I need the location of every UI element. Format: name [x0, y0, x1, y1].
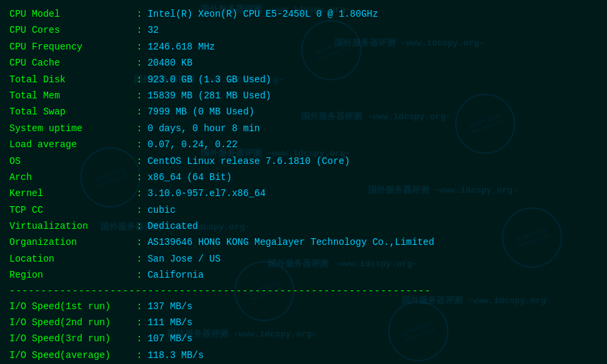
- row-value: 3.10.0-957.el7.x86_64: [147, 186, 265, 201]
- row-colon: :: [137, 348, 142, 363]
- row-value: 1246.618 MHz: [147, 39, 215, 54]
- table-row: CPU Frequency : 1246.618 MHz: [9, 39, 598, 54]
- table-row: Organization : AS139646 HONG KONG Megala…: [9, 235, 598, 250]
- row-colon: :: [137, 186, 142, 201]
- table-row: TCP CC : cubic: [9, 203, 598, 217]
- row-colon: :: [137, 39, 142, 54]
- row-colon: :: [137, 23, 142, 37]
- row-label: Region: [9, 268, 137, 282]
- table-row: Total Mem : 15839 MB (281 MB Used): [9, 88, 598, 103]
- row-colon: :: [137, 219, 142, 234]
- row-label: OS: [9, 154, 137, 169]
- row-value: x86_64 (64 Bit): [147, 170, 232, 185]
- row-colon: :: [137, 203, 142, 217]
- row-label: Arch: [9, 170, 137, 185]
- row-label: Virtualization: [9, 219, 137, 234]
- row-colon: :: [137, 170, 142, 185]
- row-label: Load average: [9, 137, 137, 152]
- row-colon: :: [137, 121, 142, 136]
- row-value: 137 MB/s: [147, 299, 192, 314]
- io-speed-table: I/O Speed(1st run) : 137 MB/s I/O Speed(…: [9, 299, 598, 363]
- row-value: CentOS Linux release 7.6.1810 (Core): [147, 154, 349, 169]
- row-label: I/O Speed(1st run): [9, 299, 137, 314]
- row-value: AS139646 HONG KONG Megalayer Technology …: [147, 235, 434, 250]
- table-row: Load average : 0.07, 0.24, 0.22: [9, 137, 598, 152]
- table-row: CPU Cache : 20480 KB: [9, 56, 598, 70]
- row-value: 118.3 MB/s: [147, 348, 203, 363]
- row-label: CPU Frequency: [9, 39, 137, 54]
- divider: ----------------------------------------…: [9, 286, 598, 296]
- table-row: Virtualization : Dedicated: [9, 219, 598, 234]
- row-label: Location: [9, 252, 137, 266]
- table-row: System uptime : 0 days, 0 hour 8 min: [9, 121, 598, 136]
- row-value: San Jose / US: [147, 252, 220, 266]
- table-row: Arch : x86_64 (64 Bit): [9, 170, 598, 185]
- row-colon: :: [137, 331, 142, 346]
- row-value: 15839 MB (281 MB Used): [147, 88, 271, 103]
- row-label: I/O Speed(2nd run): [9, 315, 137, 330]
- table-row: Total Swap : 7999 MB (0 MB Used): [9, 104, 598, 119]
- row-colon: :: [137, 154, 142, 169]
- row-value: Intel(R) Xeon(R) CPU E5-2450L 0 @ 1.80GH…: [147, 7, 377, 21]
- row-value: 923.0 GB (1.3 GB Used): [147, 72, 271, 87]
- row-value: 0.07, 0.24, 0.22: [147, 137, 237, 152]
- table-row: I/O Speed(1st run) : 137 MB/s: [9, 299, 598, 314]
- row-value: California: [147, 268, 203, 282]
- row-value: 107 MB/s: [147, 331, 192, 346]
- row-label: CPU Cache: [9, 56, 137, 70]
- row-label: Total Swap: [9, 104, 137, 119]
- row-label: Total Mem: [9, 88, 137, 103]
- row-colon: :: [137, 72, 142, 87]
- row-colon: :: [137, 137, 142, 152]
- row-colon: :: [137, 88, 142, 103]
- row-colon: :: [137, 268, 142, 282]
- row-colon: :: [137, 104, 142, 119]
- row-value: 7999 MB (0 MB Used): [147, 104, 254, 119]
- row-label: System uptime: [9, 121, 137, 136]
- table-row: CPU Cores : 32: [9, 23, 598, 37]
- table-row: Kernel : 3.10.0-957.el7.x86_64: [9, 186, 598, 201]
- row-value: 0 days, 0 hour 8 min: [147, 121, 260, 136]
- row-colon: :: [137, 299, 142, 314]
- table-row: I/O Speed(average) : 118.3 MB/s: [9, 348, 598, 363]
- row-label: I/O Speed(3rd run): [9, 331, 137, 346]
- row-value: cubic: [147, 203, 175, 217]
- row-label: CPU Cores: [9, 23, 137, 37]
- row-colon: :: [137, 235, 142, 250]
- system-info-table: CPU Model : Intel(R) Xeon(R) CPU E5-2450…: [9, 7, 598, 283]
- table-row: Total Disk : 923.0 GB (1.3 GB Used): [9, 72, 598, 87]
- row-label: CPU Model: [9, 7, 137, 21]
- row-label: Total Disk: [9, 72, 137, 87]
- main-container: CPU Model : Intel(R) Xeon(R) CPU E5-2450…: [0, 0, 607, 364]
- table-row: I/O Speed(2nd run) : 111 MB/s: [9, 315, 598, 330]
- table-row: I/O Speed(3rd run) : 107 MB/s: [9, 331, 598, 346]
- row-value: 32: [147, 23, 159, 37]
- row-value: 20480 KB: [147, 56, 192, 70]
- row-label: Organization: [9, 235, 137, 250]
- row-colon: :: [137, 56, 142, 70]
- row-value: 111 MB/s: [147, 315, 192, 330]
- table-row: Location : San Jose / US: [9, 252, 598, 266]
- row-label: I/O Speed(average): [9, 348, 137, 363]
- row-value: Dedicated: [147, 219, 198, 234]
- table-row: OS : CentOS Linux release 7.6.1810 (Core…: [9, 154, 598, 169]
- table-row: CPU Model : Intel(R) Xeon(R) CPU E5-2450…: [9, 7, 598, 21]
- row-label: Kernel: [9, 186, 137, 201]
- row-colon: :: [137, 315, 142, 330]
- table-row: Region : California: [9, 268, 598, 282]
- row-colon: :: [137, 252, 142, 266]
- row-colon: :: [137, 7, 142, 21]
- row-label: TCP CC: [9, 203, 137, 217]
